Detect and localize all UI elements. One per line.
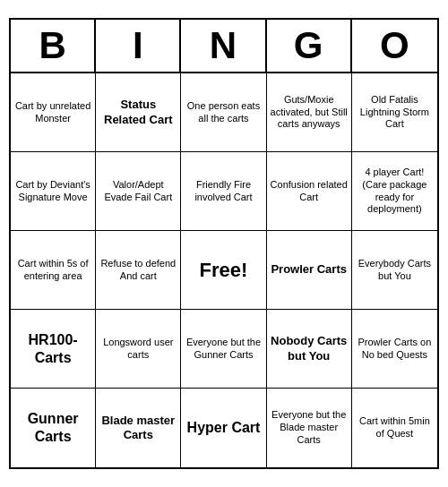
bingo-cell: Prowler Carts	[267, 231, 352, 310]
bingo-cell: One person eats all the carts	[181, 73, 266, 152]
bingo-cell: Cart within 5min of Quest	[352, 389, 437, 467]
bingo-cell: Everybody Carts but You	[352, 231, 437, 310]
bingo-cell: Prowler Carts on No bed Quests	[352, 310, 437, 389]
bingo-cell: Guts/Moxie activated, but Still carts an…	[267, 73, 352, 152]
bingo-cell: Friendly Fire involved Cart	[181, 152, 266, 231]
bingo-cell: Cart within 5s of entering area	[11, 231, 96, 310]
bingo-card: BINGO Cart by unrelated MonsterStatus Re…	[9, 18, 439, 469]
bingo-grid: Cart by unrelated MonsterStatus Related …	[11, 73, 437, 467]
bingo-cell: Hyper Cart	[181, 389, 266, 467]
bingo-cell: Status Related Cart	[96, 73, 181, 152]
header-letter: G	[267, 20, 352, 72]
bingo-cell: Free!	[181, 231, 266, 310]
bingo-cell: Cart by unrelated Monster	[11, 73, 96, 152]
bingo-cell: Confusion related Cart	[267, 152, 352, 231]
bingo-cell: Refuse to defend And cart	[96, 231, 181, 310]
bingo-cell: Longsword user carts	[96, 310, 181, 389]
bingo-cell: Everyone but the Blade master Carts	[267, 389, 352, 467]
bingo-cell: Old Fatalis Lightning Storm Cart	[352, 73, 437, 152]
header-letter: O	[352, 20, 437, 72]
bingo-cell: 4 player Cart! (Care package ready for d…	[352, 152, 437, 231]
bingo-cell: Everyone but the Gunner Carts	[181, 310, 266, 389]
bingo-cell: HR100- Carts	[11, 310, 96, 389]
bingo-cell: Blade master Carts	[96, 389, 181, 467]
bingo-cell: Gunner Carts	[11, 389, 96, 467]
bingo-cell: Cart by Deviant's Signature Move	[11, 152, 96, 231]
bingo-cell: Nobody Carts but You	[267, 310, 352, 389]
header-letter: N	[181, 20, 266, 72]
bingo-header: BINGO	[11, 20, 437, 73]
header-letter: I	[96, 20, 181, 72]
bingo-cell: Valor/Adept Evade Fail Cart	[96, 152, 181, 231]
header-letter: B	[11, 20, 96, 72]
